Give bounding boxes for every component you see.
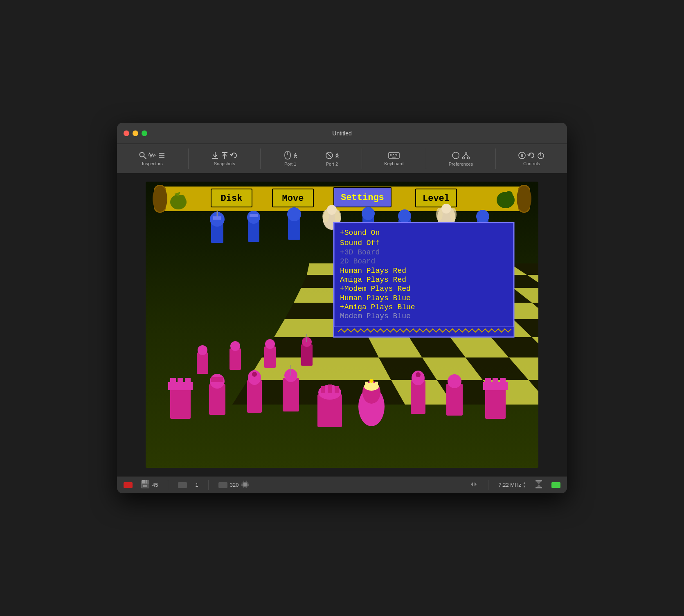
svg-point-162	[252, 372, 257, 377]
svg-line-26	[464, 154, 466, 157]
app-window: Untitled	[117, 123, 567, 493]
keyboard-icon	[388, 151, 400, 160]
svg-rect-13	[390, 154, 391, 155]
svg-text:2D Board: 2D Board	[340, 257, 375, 265]
svg-rect-194	[301, 344, 313, 366]
waveform-icon	[148, 151, 156, 160]
ram-amount: 320	[230, 482, 239, 488]
snapshots-label: Snapshots	[214, 161, 235, 166]
toolbar-preferences[interactable]: Preferences	[444, 149, 478, 168]
status-sep-2	[208, 480, 209, 490]
svg-rect-159	[211, 377, 223, 382]
led-gray-item	[178, 482, 187, 488]
window-controls	[124, 130, 147, 136]
svg-rect-16	[395, 154, 396, 155]
minimize-button[interactable]	[133, 130, 138, 136]
list-icon	[158, 151, 166, 160]
svg-rect-201	[143, 485, 147, 487]
cpu-freq-item: 7.22 MHz ▲ ▼	[498, 481, 526, 488]
toolbar-port1[interactable]: Port 1	[278, 149, 302, 168]
snapshots-icons	[211, 151, 238, 160]
toolbar-controls[interactable]: Controls	[513, 150, 550, 168]
port2-label: Port 2	[326, 162, 338, 166]
port1-up-arrow	[293, 153, 297, 158]
svg-rect-21	[396, 155, 397, 156]
port1-label: Port 1	[284, 162, 296, 166]
svg-rect-169	[328, 384, 332, 393]
svg-rect-176	[375, 382, 378, 387]
svg-marker-75	[262, 337, 379, 357]
pause-icon	[518, 151, 526, 160]
floppy-icon	[141, 480, 150, 490]
svg-rect-184	[483, 382, 508, 390]
svg-point-25	[467, 157, 469, 159]
svg-point-136	[436, 208, 443, 221]
floppy-item: 45	[141, 480, 158, 490]
game-screen[interactable]: Disk Move Settings Level	[146, 182, 538, 468]
svg-rect-152	[170, 386, 191, 419]
separator-1	[188, 148, 189, 169]
port1-icons	[283, 151, 297, 160]
svg-point-177	[369, 379, 374, 383]
svg-rect-15	[393, 154, 394, 155]
svg-rect-154	[170, 378, 176, 383]
maximize-button[interactable]	[142, 130, 147, 136]
toolbar-port2[interactable]: Port 2	[320, 149, 344, 168]
svg-marker-216	[471, 482, 473, 486]
svg-rect-157	[209, 384, 225, 415]
svg-point-191	[230, 341, 240, 351]
svg-text:Human Plays Blue: Human Plays Blue	[340, 294, 411, 302]
svg-point-182	[448, 374, 461, 388]
svg-rect-178	[411, 380, 425, 414]
svg-rect-185	[485, 378, 491, 383]
separator-3	[362, 148, 362, 169]
svg-rect-168	[321, 386, 325, 393]
close-button[interactable]	[124, 130, 129, 136]
toolbar-keyboard[interactable]: Keyboard	[379, 150, 408, 168]
svg-point-0	[140, 152, 144, 157]
svg-point-139	[476, 210, 489, 223]
svg-point-23	[465, 152, 467, 154]
svg-rect-18	[390, 155, 391, 156]
freq-up-arrow: ▲	[523, 481, 526, 485]
inspectors-icons	[139, 151, 166, 160]
controls-label: Controls	[523, 161, 540, 166]
track-item: 1	[195, 482, 198, 488]
ram-item: 320	[218, 480, 250, 490]
svg-rect-20	[392, 157, 396, 157]
svg-text:Level: Level	[423, 193, 450, 204]
disk-number: 45	[152, 482, 158, 488]
svg-point-113	[178, 195, 185, 201]
svg-rect-183	[485, 386, 506, 419]
disk-led	[124, 482, 133, 488]
power-icon	[537, 151, 545, 160]
svg-text:Human Plays Red: Human Plays Red	[340, 267, 406, 275]
svg-point-180	[416, 372, 421, 377]
svg-point-24	[462, 157, 464, 159]
svg-rect-181	[446, 384, 463, 416]
led-gray	[178, 482, 187, 488]
separator-5	[495, 148, 496, 169]
track-number: 1	[195, 482, 198, 488]
status-sep-1	[168, 480, 168, 490]
svg-text:Amiga Plays Red: Amiga Plays Red	[340, 276, 406, 284]
svg-text:Sound Off: Sound Off	[340, 239, 380, 247]
status-sep-3	[488, 480, 488, 490]
snapshot-down-icon	[211, 151, 219, 160]
inspectors-label: Inspectors	[142, 161, 163, 166]
prefs-icons	[451, 151, 470, 160]
disk-led-item	[124, 482, 133, 488]
svg-point-22	[452, 152, 459, 159]
branch-icon	[461, 151, 470, 160]
freq-stepper[interactable]: ▲ ▼	[523, 481, 526, 488]
toolbar-inspectors[interactable]: Inspectors	[134, 150, 171, 168]
svg-marker-217	[475, 482, 477, 486]
chip-icon	[241, 480, 249, 490]
svg-text:+3D Board: +3D Board	[340, 248, 380, 256]
svg-rect-29	[521, 154, 522, 157]
freq-down-arrow: ▼	[523, 485, 526, 488]
svg-rect-156	[185, 378, 191, 383]
toolbar-snapshots[interactable]: Snapshots	[206, 150, 243, 168]
svg-point-137	[450, 208, 457, 221]
svg-point-131	[362, 207, 375, 220]
